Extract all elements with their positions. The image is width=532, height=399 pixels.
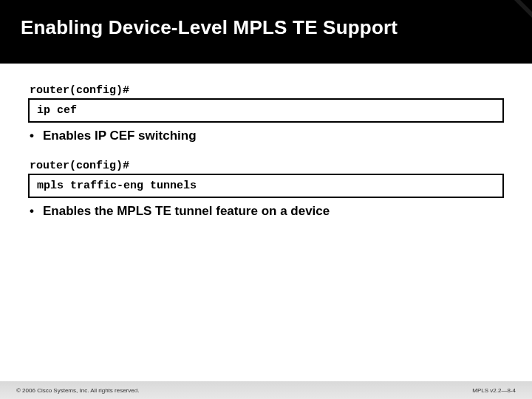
bullet-ip-cef-text: Enables IP CEF switching — [43, 129, 197, 143]
bullet-ip-cef: •Enables IP CEF switching — [30, 129, 504, 143]
slide: Enabling Device-Level MPLS TE Support ro… — [0, 0, 532, 399]
bullet-mpls-te-text: Enables the MPLS TE tunnel feature on a … — [43, 204, 330, 218]
footer-pageref: MPLS v2.2—8-4 — [472, 387, 516, 394]
bullet-mpls-te: •Enables the MPLS TE tunnel feature on a… — [30, 204, 504, 219]
command-box-ip-cef: ip cef — [28, 98, 504, 123]
title-bar: Enabling Device-Level MPLS TE Support — [0, 0, 532, 64]
slide-title: Enabling Device-Level MPLS TE Support — [21, 16, 517, 39]
footer-copyright: © 2006 Cisco Systems, Inc. All rights re… — [16, 387, 139, 394]
footer: © 2006 Cisco Systems, Inc. All rights re… — [0, 381, 532, 399]
slide-body: router(config)# ip cef •Enables IP CEF s… — [0, 64, 532, 219]
command-box-mpls-te: mpls traffic-eng tunnels — [28, 174, 504, 198]
config-prompt-1: router(config)# — [30, 84, 504, 97]
config-prompt-2: router(config)# — [30, 160, 504, 172]
corner-accent-inner — [520, 0, 532, 12]
